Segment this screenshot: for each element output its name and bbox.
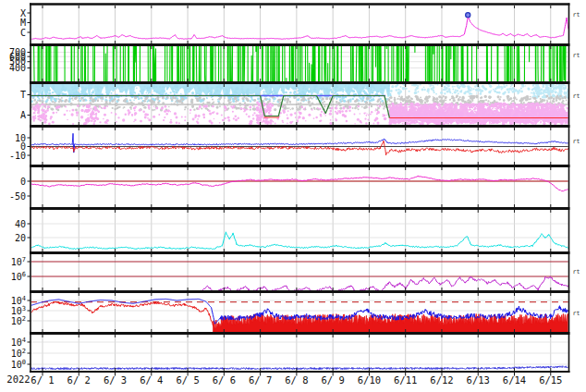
space-weather-chart: XMCrt700600500400rtTArt100-10rt0-5040201… <box>0 0 586 392</box>
flare-peak-marker <box>466 13 470 18</box>
year-label: 2022 <box>4 374 33 385</box>
date-label: 6/ 7 <box>249 374 272 386</box>
tick-label: X <box>20 8 26 18</box>
date-label: 6/12 <box>430 374 453 386</box>
tick-label: 20 <box>15 233 26 243</box>
tick-label: 0 <box>20 177 26 187</box>
date-label: 6/ 5 <box>176 374 199 386</box>
realtime-flag-electron: rt <box>573 268 580 276</box>
realtime-flag-wind-speed: rt <box>573 52 580 59</box>
date-label: 6/13 <box>467 374 490 386</box>
realtime-flag-xray: rt <box>573 11 580 18</box>
tick-label: -50 <box>9 191 26 202</box>
plot-svg: XMCrt700600500400rtTArt100-10rt0-5040201… <box>0 0 586 392</box>
date-label: 6/ 2 <box>67 374 91 386</box>
tick-label: C <box>20 28 26 38</box>
date-label: 6/ 8 <box>285 374 308 386</box>
realtime-flag-t-a: rt <box>573 92 580 100</box>
date-label: 6/ 9 <box>322 374 345 386</box>
tick-label: -10 <box>9 151 26 161</box>
realtime-flag-proton: rt <box>573 310 580 317</box>
date-label: 6/ 1 <box>31 374 54 386</box>
tick-label: 40 <box>15 219 26 229</box>
date-label: 6/15 <box>539 374 562 386</box>
date-label: 6/10 <box>358 374 381 386</box>
tick-label: A <box>20 110 26 120</box>
tick-label: T <box>20 90 26 100</box>
x-axis: 6/ 16/ 26/ 36/ 46/ 56/ 66/ 76/ 86/ 96/10… <box>31 373 562 386</box>
date-label: 6/ 4 <box>140 374 163 386</box>
date-label: 6/ 3 <box>104 374 127 386</box>
realtime-flag-bz: rt <box>573 138 580 145</box>
date-label: 6/ 6 <box>213 374 236 386</box>
tick-label: 400 <box>9 63 26 73</box>
date-label: 6/14 <box>503 374 526 386</box>
tick-label: M <box>20 18 26 28</box>
date-label: 6/11 <box>394 374 417 386</box>
